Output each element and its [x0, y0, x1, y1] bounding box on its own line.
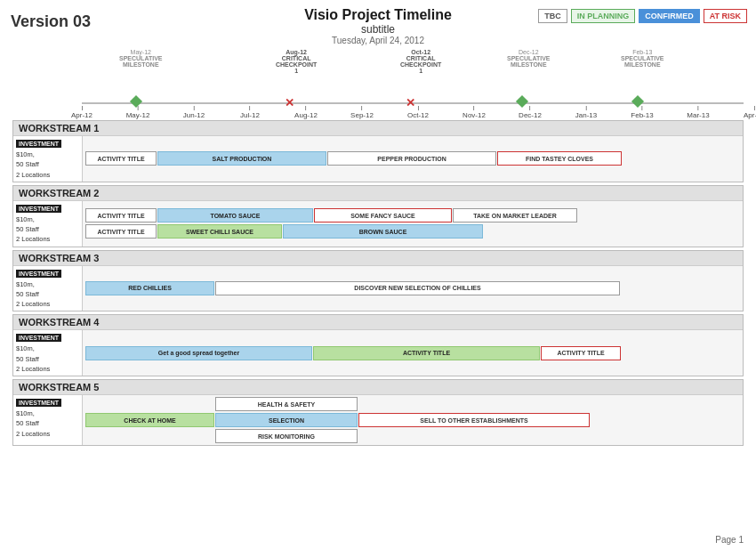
investment-label: INVESTMENT — [16, 270, 61, 278]
page-date: Tuesday, April 24, 2012 — [0, 36, 756, 45]
month-Sep-12: Sep-12 — [350, 106, 374, 119]
workstream-title-2: WORKSTREAM 2 — [13, 186, 743, 201]
milestone-marker-feb13 — [632, 97, 642, 106]
month-Nov-12: Nov-12 — [462, 106, 486, 119]
gantt-row-0: ACTIVITY TITLETOMATO SAUCESOME FANCY SAU… — [85, 208, 740, 222]
milestone-label-feb13: Feb-13SPECULATIVEMILESTONE — [621, 49, 664, 68]
page-subtitle: subtitle — [0, 23, 756, 36]
activity-bar: HEALTH & SAFETY — [215, 397, 358, 411]
investment-detail: $10m, 50 Staff 2 Locations — [16, 344, 79, 374]
investment-box-2: INVESTMENT$10m, 50 Staff 2 Locations — [13, 201, 83, 247]
month-Apr-12: Apr-12 — [71, 106, 92, 119]
workstream-body-3: INVESTMENT$10m, 50 Staff 2 LocationsRED … — [13, 266, 743, 311]
gantt-row-1: ACTIVITY TITLESWEET CHILLI SAUCEBROWN SA… — [85, 224, 740, 239]
milestone-marker-may12 — [131, 97, 141, 106]
investment-label: INVESTMENT — [16, 334, 61, 342]
investment-label: INVESTMENT — [16, 399, 61, 407]
gantt-area-2: ACTIVITY TITLETOMATO SAUCESOME FANCY SAU… — [83, 201, 743, 247]
activity-bar: SELECTION — [215, 413, 358, 427]
month-Apr-13: Apr-13 — [744, 106, 756, 119]
legend-tbc: TBC — [538, 9, 567, 23]
activity-bar: ACTIVITY TITLE — [85, 208, 157, 222]
month-Jul-12: Jul-12 — [240, 106, 260, 119]
activity-bar: TOMATO SAUCE — [157, 208, 313, 222]
investment-box-4: INVESTMENT$10m, 50 Staff 2 Locations — [13, 330, 83, 376]
activity-bar: BROWN SAUCE — [283, 224, 483, 239]
milestone-marker-dec12 — [517, 97, 527, 106]
activity-bar: SWEET CHILLI SAUCE — [157, 224, 282, 239]
investment-label: INVESTMENT — [16, 205, 61, 213]
month-Dec-12: Dec-12 — [519, 106, 542, 119]
month-Aug-12: Aug-12 — [294, 106, 318, 119]
workstreams-container: WORKSTREAM 1INVESTMENT$10m, 50 Staff 2 L… — [0, 118, 756, 446]
gantt-row-1: CHECK AT HOMESELECTIONSELL TO OTHER ESTA… — [85, 413, 740, 427]
legend: TBC IN PLANNING CONFIRMED AT RISK — [538, 9, 747, 23]
gantt-area-4: Get a good spread togetherACTIVITY TITLE… — [83, 330, 743, 376]
workstream-body-5: INVESTMENT$10m, 50 Staff 2 LocationsHEAL… — [13, 395, 743, 445]
activity-bar: RISK MONITORING — [215, 429, 358, 443]
months-row: Apr-12May-12Jun-12Jul-12Aug-12Sep-12Oct-… — [82, 106, 744, 118]
milestone-label-dec12: Dec-12SPECULATIVEMILESTONE — [507, 49, 551, 68]
activity-bar: ACTIVITY TITLE — [313, 346, 540, 360]
page-number: Page 1 — [715, 535, 744, 545]
gantt-row-0: ACTIVITY TITLESALT PRODUCTIONPEPPER PROD… — [85, 151, 740, 166]
workstream-title-5: WORKSTREAM 5 — [13, 380, 743, 395]
gantt-row-0: RED CHILLIESDISCOVER NEW SELECTION OF CH… — [85, 281, 740, 295]
month-Jun-12: Jun-12 — [183, 106, 205, 119]
month-Oct-12: Oct-12 — [407, 106, 429, 119]
activity-bar: Get a good spread together — [85, 346, 312, 360]
activity-bar: ACTIVITY TITLE — [541, 346, 621, 360]
workstream-body-4: INVESTMENT$10m, 50 Staff 2 LocationsGet … — [13, 330, 743, 376]
gantt-area-1: ACTIVITY TITLESALT PRODUCTIONPEPPER PROD… — [83, 136, 743, 182]
activity-bar: RED CHILLIES — [85, 281, 214, 295]
gantt-row-0: HEALTH & SAFETY — [85, 397, 740, 411]
gantt-area-3: RED CHILLIESDISCOVER NEW SELECTION OF CH… — [83, 266, 743, 311]
milestone-label-oct12: Oct-12CRITICALCHECKPOINT1 — [400, 49, 441, 74]
workstream-2: WORKSTREAM 2INVESTMENT$10m, 50 Staff 2 L… — [12, 185, 744, 247]
gantt-row-2: RISK MONITORING — [85, 429, 740, 443]
activity-bar: TAKE ON MARKET LEADER — [453, 208, 577, 222]
workstream-title-3: WORKSTREAM 3 — [13, 251, 743, 266]
version-label: Version 03 — [11, 12, 91, 31]
timeline-container: May-12SPECULATIVEMILESTONE Aug-12CRITICA… — [0, 49, 756, 118]
investment-detail: $10m, 50 Staff 2 Locations — [16, 214, 79, 245]
legend-confirmed: CONFIRMED — [639, 9, 700, 23]
workstream-5: WORKSTREAM 5INVESTMENT$10m, 50 Staff 2 L… — [12, 379, 744, 446]
investment-box-5: INVESTMENT$10m, 50 Staff 2 Locations — [13, 395, 83, 445]
month-Jan-13: Jan-13 — [575, 106, 597, 119]
month-May-12: May-12 — [126, 106, 150, 119]
milestone-label-may12: May-12SPECULATIVEMILESTONE — [119, 49, 163, 68]
investment-detail: $10m, 50 Staff 2 Locations — [16, 279, 79, 310]
investment-detail: $10m, 50 Staff 2 Locations — [16, 150, 79, 180]
page-header: Version 03 Visio Project Timeline subtit… — [0, 0, 756, 49]
workstream-1: WORKSTREAM 1INVESTMENT$10m, 50 Staff 2 L… — [12, 120, 744, 182]
legend-in-planning: IN PLANNING — [571, 9, 636, 23]
activity-bar: SELL TO OTHER ESTABLISHMENTS — [358, 413, 590, 427]
investment-detail: $10m, 50 Staff 2 Locations — [16, 408, 79, 439]
workstream-3: WORKSTREAM 3INVESTMENT$10m, 50 Staff 2 L… — [12, 250, 744, 312]
activity-bar: SOME FANCY SAUCE — [314, 208, 452, 222]
gantt-row-0: Get a good spread togetherACTIVITY TITLE… — [85, 346, 740, 360]
investment-label: INVESTMENT — [16, 140, 61, 148]
activity-bar: SALT PRODUCTION — [157, 151, 326, 166]
workstream-title-4: WORKSTREAM 4 — [13, 315, 743, 330]
activity-bar: FIND TASTEY CLOVES — [497, 151, 622, 166]
workstream-4: WORKSTREAM 4INVESTMENT$10m, 50 Staff 2 L… — [12, 314, 744, 376]
gantt-area-5: HEALTH & SAFETYCHECK AT HOMESELECTIONSEL… — [83, 395, 743, 445]
activity-bar: PEPPER PRODUCTION — [327, 151, 496, 166]
activity-bar: DISCOVER NEW SELECTION OF CHILLIES — [215, 281, 620, 295]
activity-bar: CHECK AT HOME — [85, 413, 214, 427]
investment-box-3: INVESTMENT$10m, 50 Staff 2 Locations — [13, 266, 83, 311]
activity-bar: ACTIVITY TITLE — [85, 224, 157, 239]
workstream-body-1: INVESTMENT$10m, 50 Staff 2 LocationsACTI… — [13, 136, 743, 182]
legend-at-risk: AT RISK — [704, 9, 747, 23]
month-Feb-13: Feb-13 — [631, 106, 653, 119]
month-Mar-13: Mar-13 — [687, 106, 709, 119]
activity-bar: ACTIVITY TITLE — [85, 151, 157, 166]
milestone-label-aug12: Aug-12CRITICALCHECKPOINT1 — [276, 49, 317, 74]
investment-box-1: INVESTMENT$10m, 50 Staff 2 Locations — [13, 136, 83, 182]
workstream-body-2: INVESTMENT$10m, 50 Staff 2 LocationsACTI… — [13, 201, 743, 247]
workstream-title-1: WORKSTREAM 1 — [13, 121, 743, 136]
